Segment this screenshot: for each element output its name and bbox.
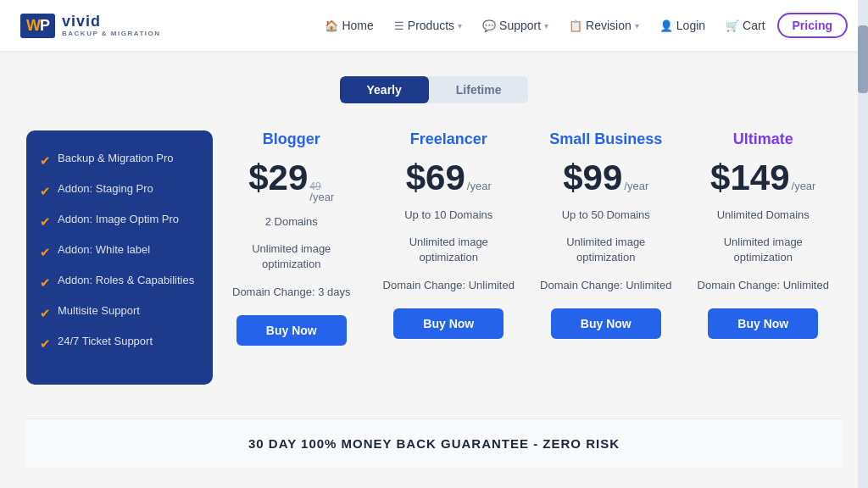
nav-item-home[interactable]: 🏠 Home	[316, 14, 381, 37]
feature-label: Addon: Staging Pro	[58, 181, 153, 197]
plan-blogger: Blogger $29 49 /year 2 Domains Unlimited…	[213, 130, 370, 346]
feature-label: Multisite Support	[58, 303, 140, 319]
ultimate-feature-domains: Unlimited Domains	[717, 208, 810, 223]
check-icon: ✔	[40, 182, 51, 200]
lifetime-toggle-button[interactable]: Lifetime	[429, 76, 529, 103]
feature-item: ✔ Backup & Migration Pro	[40, 151, 199, 169]
plan-name-blogger: Blogger	[263, 130, 320, 148]
plan-name-small-business: Small Business	[549, 130, 662, 148]
home-icon: 🏠	[325, 19, 338, 32]
ultimate-feature-image: Unlimited image optimization	[695, 235, 832, 265]
buy-button-blogger[interactable]: Buy Now	[236, 315, 347, 346]
feature-item: ✔ 24/7 Ticket Support	[40, 334, 199, 352]
pricing-grid: ✔ Backup & Migration Pro ✔ Addon: Stagin…	[26, 130, 842, 385]
freelancer-feature-domains: Up to 10 Domains	[404, 208, 492, 223]
price-period-small-business: /year	[624, 180, 648, 191]
scrollbar[interactable]	[858, 0, 868, 488]
pricing-button[interactable]: Pricing	[777, 13, 848, 38]
price-period-freelancer: /year	[467, 180, 492, 191]
guarantee-strip: 30 DAY 100% MONEY BACK GUARANTEE - ZERO …	[26, 419, 842, 468]
check-icon: ✔	[40, 213, 51, 230]
user-icon: 👤	[659, 19, 673, 32]
main-nav: 🏠 Home ☰ Products ▾ 💬 Support ▾ 📋 Revisi…	[316, 13, 848, 38]
scrollbar-thumb	[858, 25, 868, 93]
support-caret-icon: ▾	[544, 21, 548, 30]
plan-price-small-business: $99 /year	[563, 160, 648, 196]
header: WP vivid BACKUP & MIGRATION 🏠 Home ☰ Pro…	[0, 0, 868, 51]
blogger-feature-image: Unlimited image optimization	[223, 241, 360, 272]
small-business-feature-domain-change: Domain Change: Unlimited	[540, 278, 671, 293]
plan-price-blogger: $29 49 /year	[248, 160, 334, 202]
nav-revision-label: Revision	[586, 19, 632, 32]
feature-item: ✔ Addon: Roles & Capabilities	[40, 273, 199, 291]
price-amount-blogger: $29	[248, 160, 308, 196]
price-amount-ultimate: $149	[710, 160, 789, 196]
logo-wp-badge: WP	[20, 14, 55, 38]
feature-label: Backup & Migration Pro	[58, 151, 174, 166]
logo-subtitle: BACKUP & MIGRATION	[62, 30, 160, 38]
buy-button-small-business[interactable]: Buy Now	[551, 308, 661, 339]
check-icon: ✔	[40, 304, 51, 322]
revision-icon: 📋	[569, 19, 582, 32]
feature-item: ✔ Addon: White label	[40, 242, 199, 261]
feature-label: Addon: White label	[58, 242, 150, 258]
small-business-feature-domains: Up to 50 Domains	[562, 208, 650, 223]
freelancer-feature-domain-change: Domain Change: Unlimited	[383, 278, 515, 293]
logo-text: vivid BACKUP & MIGRATION	[62, 14, 160, 38]
toggle-group: Yearly Lifetime	[340, 76, 529, 103]
freelancer-feature-image: Unlimited image optimization	[381, 235, 518, 265]
nav-item-products[interactable]: ☰ Products ▾	[386, 14, 470, 37]
guarantee-text: 30 DAY 100% MONEY BACK GUARANTEE - ZERO …	[248, 436, 620, 451]
small-business-feature-image: Unlimited image optimization	[537, 235, 675, 265]
logo-icon: WP	[20, 14, 55, 38]
plan-ultimate: Ultimate $149 /year Unlimited Domains Un…	[685, 130, 843, 339]
blogger-feature-domain-change: Domain Change: 3 days	[232, 285, 350, 300]
check-icon: ✔	[40, 243, 51, 261]
feature-item: ✔ Addon: Staging Pro	[40, 181, 199, 200]
feature-label: Addon: Image Optim Pro	[58, 212, 179, 227]
cart-icon: 🛒	[726, 19, 739, 32]
plan-name-ultimate: Ultimate	[733, 130, 793, 148]
nav-item-cart[interactable]: 🛒 Cart	[717, 14, 773, 37]
ultimate-feature-domain-change: Domain Change: Unlimited	[698, 278, 829, 293]
nav-support-label: Support	[499, 19, 541, 32]
revision-caret-icon: ▾	[635, 21, 639, 30]
nav-home-label: Home	[342, 19, 373, 32]
buy-button-ultimate[interactable]: Buy Now	[708, 308, 818, 339]
main-content: Yearly Lifetime ✔ Backup & Migration Pro…	[6, 51, 862, 485]
feature-item: ✔ Multisite Support	[40, 303, 199, 322]
products-caret-icon: ▾	[458, 21, 462, 30]
plan-price-freelancer: $69 /year	[406, 160, 492, 196]
check-icon: ✔	[40, 335, 51, 352]
yearly-toggle-button[interactable]: Yearly	[340, 76, 429, 103]
price-amount-freelancer: $69	[406, 160, 465, 196]
nav-products-label: Products	[408, 19, 454, 32]
feature-label: 24/7 Ticket Support	[58, 334, 153, 349]
plan-freelancer: Freelancer $69 /year Up to 10 Domains Un…	[370, 130, 528, 339]
plan-name-freelancer: Freelancer	[410, 130, 487, 148]
price-amount-small-business: $99	[563, 160, 622, 196]
blogger-feature-domains: 2 Domains	[265, 214, 318, 230]
price-period-ultimate: /year	[792, 180, 816, 191]
check-icon: ✔	[40, 152, 51, 169]
logo: WP vivid BACKUP & MIGRATION	[20, 14, 161, 38]
features-sidebar: ✔ Backup & Migration Pro ✔ Addon: Stagin…	[26, 130, 213, 385]
nav-item-login[interactable]: 👤 Login	[651, 14, 714, 37]
plan-price-ultimate: $149 /year	[710, 160, 815, 196]
feature-label: Addon: Roles & Capabilities	[58, 273, 194, 288]
billing-toggle: Yearly Lifetime	[26, 76, 842, 103]
nav-login-label: Login	[676, 19, 705, 32]
nav-item-revision[interactable]: 📋 Revision ▾	[560, 14, 648, 37]
feature-item: ✔ Addon: Image Optim Pro	[40, 212, 199, 230]
chat-icon: 💬	[482, 19, 496, 32]
nav-item-support[interactable]: 💬 Support ▾	[474, 14, 557, 37]
grid-icon: ☰	[394, 19, 404, 32]
buy-button-freelancer[interactable]: Buy Now	[393, 308, 504, 339]
nav-cart-label: Cart	[743, 19, 765, 32]
price-period-blogger: /year	[309, 191, 334, 202]
logo-vivid-text: vivid	[62, 14, 160, 30]
plan-small-business: Small Business $99 /year Up to 50 Domain…	[527, 130, 685, 339]
check-icon: ✔	[40, 274, 51, 291]
